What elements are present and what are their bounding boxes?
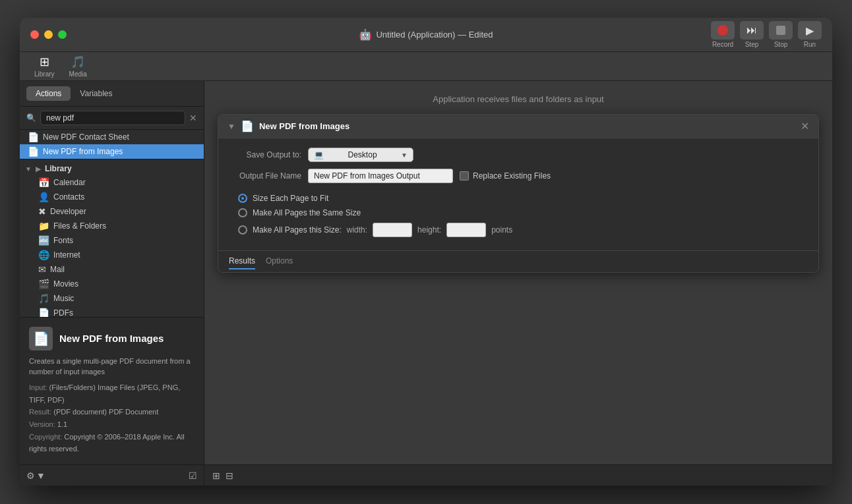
step-arrow-icon: ⏭ [746, 24, 757, 36]
preview-header: 📄 New PDF from Images [29, 327, 195, 350]
search-clear-button[interactable]: ✕ [189, 113, 197, 123]
add-item-button[interactable]: ⊞ [212, 470, 220, 481]
sidebar-item-files-folders[interactable]: 📁 Files & Folders [20, 219, 204, 233]
tree-root-library[interactable]: ▼ ▶ Library [20, 162, 204, 175]
sidebar-item-music[interactable]: 🎵 Music [20, 291, 204, 306]
record-button[interactable]: Record [711, 21, 735, 48]
card-action-icon: 📄 [241, 120, 254, 132]
radio-this-size[interactable]: Make All Pages this Size: width: height:… [238, 223, 808, 237]
card-header: ▼ 📄 New PDF from Images ✕ [218, 115, 818, 138]
maximize-button[interactable] [58, 30, 67, 39]
output-filename-row: Output File Name Replace Existing Files [229, 169, 808, 183]
radio-all-pages-same-label: Make All Pages the Same Size [253, 208, 361, 217]
stop-icon [769, 21, 793, 40]
main-area: Actions Variables 🔍 ✕ 📄 New PDF Contact … [20, 81, 832, 486]
output-filename-input[interactable] [308, 169, 453, 183]
height-input[interactable] [446, 223, 486, 237]
input-value: (Files/Folders) Image Files (JPEG, PNG, … [29, 383, 180, 404]
preview-meta: Input: (Files/Folders) Image Files (JPEG… [29, 381, 195, 455]
sidebar-item-pdfs[interactable]: 📄 PDFs [20, 306, 204, 317]
gear-icon: ⚙ [26, 470, 35, 481]
select-arrow-icon: ▼ [401, 152, 408, 159]
sidebar-item-internet[interactable]: 🌐 Internet [20, 248, 204, 262]
radio-group: Size Each Page to Fit Make All Pages the… [229, 190, 808, 241]
remove-item-button[interactable]: ⊟ [226, 470, 233, 481]
output-filename-label: Output File Name [229, 171, 301, 181]
card-close-button[interactable]: ✕ [801, 120, 809, 132]
radio-this-size-label: Make All Pages this Size: [253, 225, 342, 235]
sidebar-item-calendar[interactable]: 📅 Calendar [20, 175, 204, 190]
save-output-value: Desktop [348, 150, 377, 159]
media-button[interactable]: 🎵 Media [63, 52, 94, 80]
search-icon: 🔍 [26, 113, 36, 123]
window-title: 🤖 Untitled (Application) — Edited [359, 28, 493, 41]
result-value: (PDF document) PDF Document [53, 408, 158, 416]
run-arrow-icon: ▶ [806, 24, 814, 37]
height-label: height: [417, 225, 441, 235]
tab-options[interactable]: Options [266, 256, 293, 269]
check-button[interactable]: ☑ [189, 470, 197, 481]
tab-actions[interactable]: Actions [26, 86, 71, 101]
step-button[interactable]: ⏭ Step [740, 21, 764, 48]
preview-action-icon: 📄 [29, 327, 53, 350]
radio-size-each-page-indicator [238, 194, 247, 203]
replace-files-checkbox[interactable] [460, 171, 469, 181]
checkbox-icon: ☑ [189, 470, 197, 481]
radio-size-each-page-label: Size Each Page to Fit [253, 194, 328, 203]
run-button[interactable]: ▶ Run [798, 21, 822, 48]
preview-title: New PDF from Images [59, 333, 164, 344]
sidebar-item-contacts[interactable]: 👤 Contacts [20, 190, 204, 204]
stop-square-icon [776, 26, 785, 35]
tab-results[interactable]: Results [229, 256, 255, 269]
save-output-select[interactable]: 💻 Desktop ▼ [308, 148, 413, 162]
action-card: ▼ 📄 New PDF from Images ✕ Save Output to… [218, 114, 819, 273]
card-tabs: Results Options [218, 250, 818, 272]
step-icon: ⏭ [740, 21, 764, 40]
triangle-icon: ▶ [36, 165, 41, 173]
collapse-icon: ▼ [25, 165, 32, 173]
gear-menu-button[interactable]: ⚙ ▼ [26, 470, 46, 481]
replace-files-row: Replace Existing Files [460, 171, 551, 181]
sidebar-item-developer[interactable]: ✖ Developer [20, 204, 204, 219]
sidebar-item-mail[interactable]: ✉ Mail [20, 262, 204, 277]
version-label: Version: [29, 420, 55, 428]
copyright-label: Copyright: [29, 433, 62, 441]
version-value: 1.1 [57, 420, 67, 428]
card-collapse-button[interactable]: ▼ [228, 122, 235, 131]
search-results: 📄 New PDF Contact Sheet 📄 New PDF from I… [20, 130, 204, 159]
minimize-button[interactable] [44, 30, 53, 39]
toolbar: Record ⏭ Step Stop ▶ Run [711, 21, 822, 48]
width-input[interactable] [373, 223, 412, 237]
titlebar: 🤖 Untitled (Application) — Edited Record… [20, 18, 832, 52]
save-output-row: Save Output to: 💻 Desktop ▼ [229, 148, 808, 162]
run-icon: ▶ [798, 21, 822, 40]
input-label: Input: [29, 383, 47, 391]
card-body: Save Output to: 💻 Desktop ▼ Output File … [218, 138, 818, 250]
media-icon: 🎵 [71, 55, 85, 69]
result-label: Result: [29, 408, 51, 416]
list-item[interactable]: 📄 New PDF Contact Sheet [20, 130, 204, 144]
search-input[interactable] [40, 111, 185, 125]
sidebar: Actions Variables 🔍 ✕ 📄 New PDF Contact … [20, 81, 204, 486]
lib-toolbar: ⊞ Library 🎵 Media [20, 52, 832, 81]
stop-button[interactable]: Stop [769, 21, 793, 48]
sidebar-bottom-bar: ⚙ ▼ ☑ [20, 464, 204, 486]
canvas-info-text: Application receives files and folders a… [204, 81, 832, 117]
record-dot [717, 25, 728, 36]
save-output-label: Save Output to: [229, 150, 301, 159]
close-button[interactable] [30, 30, 39, 39]
library-button[interactable]: ⊞ Library [28, 52, 61, 80]
card-title: New PDF from Images [259, 121, 795, 131]
radio-this-size-indicator [238, 225, 247, 235]
size-fields: width: height: points [347, 223, 512, 237]
radio-size-each-page[interactable]: Size Each Page to Fit [238, 194, 808, 203]
sidebar-item-movies[interactable]: 🎬 Movies [20, 277, 204, 291]
radio-all-pages-same[interactable]: Make All Pages the Same Size [238, 208, 808, 217]
replace-files-label: Replace Existing Files [473, 171, 551, 181]
search-bar: 🔍 ✕ [20, 107, 204, 130]
width-label: width: [347, 225, 367, 235]
sidebar-item-fonts[interactable]: 🔤 Fonts [20, 233, 204, 248]
radio-all-pages-same-indicator [238, 208, 247, 217]
tab-variables[interactable]: Variables [71, 86, 121, 101]
list-item-selected[interactable]: 📄 New PDF from Images [20, 144, 204, 159]
